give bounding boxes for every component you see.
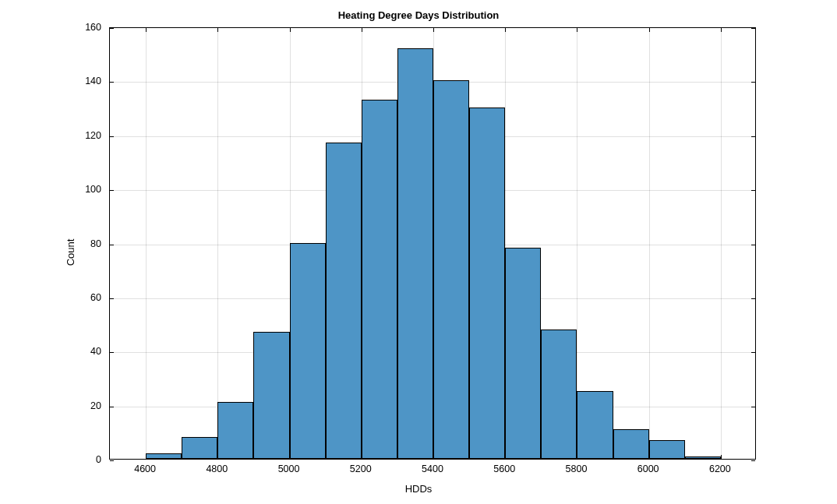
- x-tick: [577, 28, 577, 32]
- histogram-bar: [290, 243, 326, 460]
- grid-line: [649, 28, 650, 459]
- grid-line: [146, 28, 147, 459]
- x-tick-label: 5800: [566, 463, 588, 474]
- y-tick: [751, 352, 755, 353]
- y-tick-label: 0: [78, 454, 101, 465]
- y-tick-label: 160: [78, 22, 101, 33]
- x-tick-label: 5600: [493, 463, 515, 474]
- x-tick: [433, 28, 434, 32]
- y-tick-label: 140: [78, 76, 101, 86]
- y-tick: [110, 352, 114, 353]
- x-tick: [146, 28, 147, 32]
- x-tick: [649, 28, 650, 32]
- y-tick: [110, 28, 114, 29]
- y-tick: [751, 460, 755, 461]
- histogram-bar: [685, 456, 721, 459]
- histogram-bar: [613, 429, 649, 459]
- y-tick: [110, 245, 114, 245]
- x-tick: [721, 455, 722, 459]
- y-tick-label: 100: [78, 184, 101, 195]
- y-tick-label: 60: [78, 292, 101, 303]
- histogram-bar: [146, 453, 182, 459]
- y-tick: [751, 407, 755, 407]
- histogram-bar: [433, 80, 469, 459]
- y-tick: [110, 136, 114, 137]
- y-tick: [110, 298, 114, 299]
- histogram-bar: [362, 100, 397, 459]
- y-axis-label: Count: [65, 238, 76, 266]
- histogram-bar: [326, 143, 362, 459]
- chart-title: Heating Degree Days Distribution: [0, 9, 837, 21]
- y-tick-label: 80: [78, 238, 101, 249]
- histogram-bar: [182, 437, 217, 459]
- y-tick: [751, 82, 755, 83]
- y-tick: [110, 460, 114, 461]
- grid-line: [721, 28, 722, 459]
- x-tick-label: 6000: [637, 463, 659, 474]
- y-tick: [751, 136, 755, 137]
- y-tick-label: 120: [78, 130, 101, 141]
- histogram-bar: [541, 330, 577, 460]
- x-tick-label: 4600: [134, 463, 156, 474]
- x-tick-label: 5000: [278, 463, 300, 474]
- grid-line: [217, 28, 218, 459]
- x-tick: [721, 28, 722, 32]
- x-tick: [217, 28, 218, 32]
- y-tick-label: 40: [78, 346, 101, 357]
- y-tick: [110, 190, 114, 191]
- histogram-bar: [649, 440, 685, 459]
- histogram-bar: [469, 107, 505, 459]
- x-tick-label: 4800: [206, 463, 228, 474]
- histogram-bar: [253, 332, 289, 459]
- y-tick: [110, 82, 114, 83]
- y-tick: [751, 245, 755, 245]
- x-axis-label: HDDs: [405, 483, 433, 495]
- y-tick: [110, 407, 114, 407]
- x-tick-label: 5200: [350, 463, 372, 474]
- y-tick: [751, 190, 755, 191]
- x-tick: [290, 28, 291, 32]
- x-tick: [362, 28, 362, 32]
- y-tick: [751, 28, 755, 29]
- figure: Heating Degree Days Distribution Count H…: [0, 0, 837, 504]
- y-tick: [751, 298, 755, 299]
- y-tick-label: 20: [78, 400, 101, 411]
- x-tick-label: 5400: [422, 463, 443, 474]
- x-tick: [505, 28, 506, 32]
- histogram-bar: [397, 48, 433, 459]
- plot-area: [109, 27, 756, 460]
- x-tick-label: 6200: [709, 463, 731, 474]
- histogram-bar: [577, 391, 613, 459]
- histogram-bar: [217, 402, 253, 459]
- histogram-bar: [505, 248, 541, 459]
